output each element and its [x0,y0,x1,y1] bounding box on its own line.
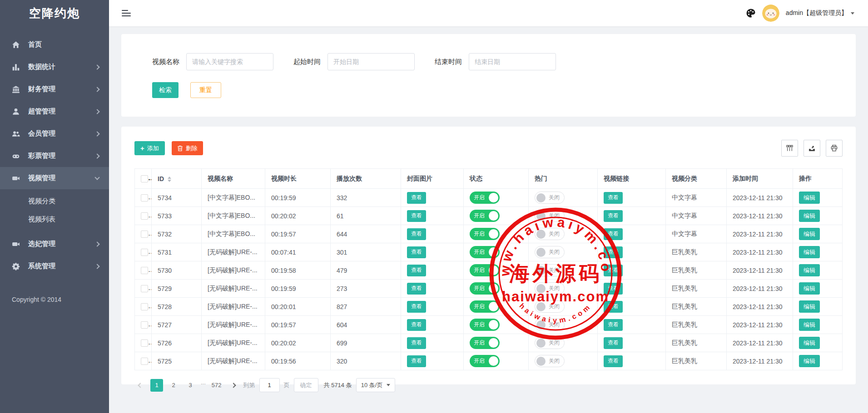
hot-toggle-off[interactable]: 关闭 [535,192,565,204]
menu-toggle-icon[interactable] [122,8,131,18]
link-view-button[interactable]: 查看 [604,265,623,276]
status-toggle-on[interactable]: 开启 [470,337,500,349]
reset-button[interactable]: 重置 [190,82,221,98]
video-name-input[interactable] [186,53,273,70]
row-checkbox[interactable] [141,339,148,347]
cover-view-button[interactable]: 查看 [407,246,426,258]
cover-view-button[interactable]: 查看 [407,337,426,349]
sidebar-item-首页[interactable]: 首页 [0,34,109,56]
status-toggle-on[interactable]: 开启 [470,192,500,204]
link-view-button[interactable]: 查看 [604,246,623,258]
next-page-button[interactable] [228,379,239,392]
hot-toggle-off[interactable]: 关闭 [535,300,565,313]
delete-button[interactable]: 删除 [824,210,843,222]
goto-confirm-button[interactable]: 确定 [294,378,318,392]
start-date-input[interactable] [327,53,415,70]
prev-page-button[interactable] [134,379,146,392]
cover-view-button[interactable]: 查看 [407,210,426,222]
sidebar-subitem-视频分类[interactable]: 视频分类 [0,192,109,210]
cover-view-button[interactable]: 查看 [407,301,426,313]
theme-palette-icon[interactable] [746,8,756,18]
col-id[interactable]: ID [152,169,202,189]
search-button[interactable]: 检索 [152,82,179,98]
status-toggle-on[interactable]: 开启 [470,228,500,240]
sidebar-item-超管管理[interactable]: 超管管理 [0,100,109,123]
batch-delete-button[interactable]: 删除 [172,141,203,155]
cover-view-button[interactable]: 查看 [407,265,426,276]
select-all-checkbox[interactable] [141,175,148,182]
hot-toggle-off[interactable]: 关闭 [535,355,565,367]
status-toggle-on[interactable]: 开启 [470,264,500,276]
sidebar-item-会员管理[interactable]: 会员管理 [0,123,109,145]
end-date-input[interactable] [469,53,556,70]
export-button[interactable] [804,140,820,157]
edit-button[interactable]: 编辑 [799,300,820,313]
delete-button[interactable]: 删除 [824,228,843,240]
edit-button[interactable]: 编辑 [799,228,820,240]
edit-button[interactable]: 编辑 [799,210,820,222]
status-toggle-on[interactable]: 开启 [470,210,500,222]
print-button[interactable] [826,140,843,157]
page-button-3[interactable]: 3 [184,379,197,392]
row-checkbox[interactable] [141,194,148,202]
link-view-button[interactable]: 查看 [604,301,623,313]
link-view-button[interactable]: 查看 [604,283,623,295]
delete-button[interactable]: 删除 [824,355,843,367]
user-avatar[interactable] [762,5,779,22]
hot-toggle-off[interactable]: 关闭 [535,282,565,295]
edit-button[interactable]: 编辑 [799,264,820,276]
hot-toggle-off[interactable]: 关闭 [535,337,565,349]
hot-toggle-off[interactable]: 关闭 [535,319,565,331]
delete-button[interactable]: 删除 [824,319,843,331]
sidebar-item-选妃管理[interactable]: 选妃管理 [0,233,109,255]
page-button-572[interactable]: 572 [210,379,223,392]
sidebar-subitem-视频列表[interactable]: 视频列表 [0,210,109,228]
cover-view-button[interactable]: 查看 [407,192,426,204]
sidebar-item-视频管理[interactable]: 视频管理 [0,167,109,189]
status-toggle-on[interactable]: 开启 [470,282,500,295]
row-checkbox[interactable] [141,249,148,256]
row-checkbox[interactable] [141,321,148,329]
goto-page-input[interactable] [259,378,280,392]
link-view-button[interactable]: 查看 [604,210,623,222]
hot-toggle-off[interactable]: 关闭 [535,228,565,240]
status-toggle-on[interactable]: 开启 [470,246,500,258]
link-view-button[interactable]: 查看 [604,337,623,349]
status-toggle-on[interactable]: 开启 [470,300,500,313]
sidebar-item-财务管理[interactable]: 财务管理 [0,78,109,100]
delete-button[interactable]: 删除 [824,282,843,295]
link-view-button[interactable]: 查看 [604,355,623,367]
hot-toggle-off[interactable]: 关闭 [535,264,565,276]
link-view-button[interactable]: 查看 [604,319,623,331]
hot-toggle-off[interactable]: 关闭 [535,246,565,258]
edit-button[interactable]: 编辑 [799,355,820,367]
hot-toggle-off[interactable]: 关闭 [535,210,565,222]
delete-button[interactable]: 删除 [824,246,843,258]
page-button-1[interactable]: 1 [150,379,163,392]
delete-button[interactable]: 删除 [824,192,843,204]
cover-view-button[interactable]: 查看 [407,319,426,331]
page-button-2[interactable]: 2 [167,379,180,392]
sidebar-item-数据统计[interactable]: 数据统计 [0,56,109,78]
sidebar-item-彩票管理[interactable]: 彩票管理 [0,145,109,167]
row-checkbox[interactable] [141,212,148,220]
cover-view-button[interactable]: 查看 [407,355,426,367]
status-toggle-on[interactable]: 开启 [470,319,500,331]
row-checkbox[interactable] [141,231,148,238]
sort-icon[interactable] [168,177,171,182]
link-view-button[interactable]: 查看 [604,228,623,240]
row-checkbox[interactable] [141,303,148,310]
edit-button[interactable]: 编辑 [799,337,820,349]
row-checkbox[interactable] [141,285,148,292]
link-view-button[interactable]: 查看 [604,192,623,204]
edit-button[interactable]: 编辑 [799,282,820,295]
delete-button[interactable]: 删除 [824,300,843,313]
page-size-select[interactable]: 10 条/页 [356,378,396,392]
row-checkbox[interactable] [141,267,148,274]
filter-columns-button[interactable] [781,140,798,157]
cover-view-button[interactable]: 查看 [407,283,426,295]
delete-button[interactable]: 删除 [824,264,843,276]
add-button[interactable]: + 添加 [134,141,165,155]
sidebar-item-系统管理[interactable]: 系统管理 [0,255,109,277]
edit-button[interactable]: 编辑 [799,192,820,204]
